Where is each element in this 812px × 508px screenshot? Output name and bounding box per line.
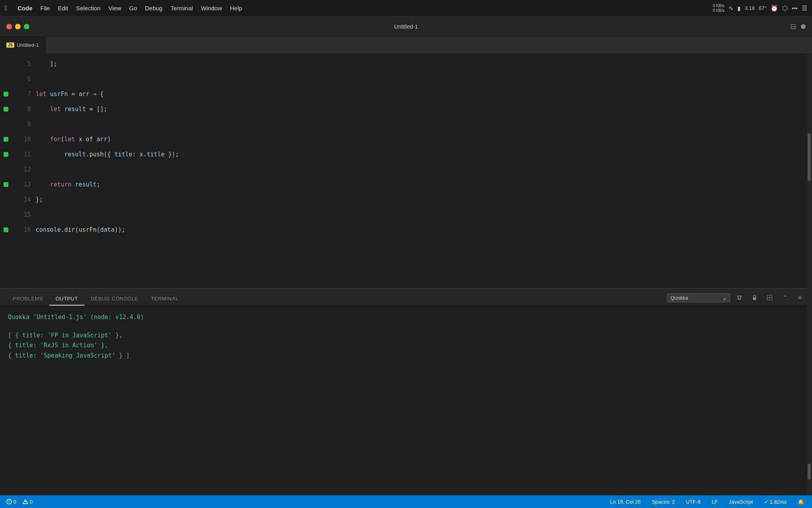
output-header: Quokka 'Untitled-1.js' (node: v12.4.0) <box>8 312 804 323</box>
window-controls <box>6 24 29 29</box>
quokka-time[interactable]: ✓ 1.82ms <box>762 499 788 505</box>
wifi-icon: ∿ <box>728 4 733 12</box>
panel-controls: Quokka ⌄ <box>667 292 806 306</box>
clock-icon: ⏰ <box>770 4 778 12</box>
code-line-11: result.push({ title: x.title }); <box>36 147 806 162</box>
code-line-8: let result = []; <box>36 102 806 117</box>
editor-tab[interactable]: JS Untitled-1 <box>0 37 46 54</box>
temperature: 67° <box>759 5 767 11</box>
output-source-dropdown[interactable]: Quokka ⌄ <box>667 293 730 302</box>
breakpoint-dot <box>4 92 8 96</box>
minimize-button[interactable] <box>15 24 21 29</box>
output-line-1: [ { title: 'FP in JavaScript' }, <box>8 331 804 341</box>
error-status[interactable]: 0 <box>6 499 16 505</box>
code-line-13: return result; <box>36 177 806 192</box>
bp-7 <box>0 87 12 102</box>
statusbar-left: 0 0 <box>6 499 33 505</box>
panel-tabs: PROBLEMS OUTPUT DEBUG CONSOLE TERMINAL Q… <box>0 289 812 306</box>
panel-scrollbar[interactable] <box>806 288 812 495</box>
tab-output[interactable]: OUTPUT <box>49 292 84 306</box>
panel: PROBLEMS OUTPUT DEBUG CONSOLE TERMINAL Q… <box>0 288 812 495</box>
code-line-15 <box>36 207 806 222</box>
code-line-5: ]; <box>36 56 806 71</box>
close-button[interactable] <box>6 24 12 29</box>
menu-file[interactable]: File <box>36 3 54 13</box>
network-speed: 0 KB/s 0 KB/s <box>713 4 724 13</box>
code-content[interactable]: ]; let usrFn = arr ⇒ { let result = []; … <box>36 54 806 288</box>
menu-help[interactable]: Help <box>226 3 246 13</box>
tab-debug-console[interactable]: DEBUG CONSOLE <box>84 292 145 306</box>
battery-icon: ▮ <box>737 5 741 12</box>
js-badge: JS <box>6 42 14 48</box>
chevron-down-icon: ⌄ <box>722 295 727 301</box>
code-line-12 <box>36 162 806 177</box>
indent-status[interactable]: Spaces: 2 <box>650 499 676 505</box>
titlebar-controls: ⊟ <box>790 22 806 31</box>
clear-output-button[interactable] <box>733 292 745 303</box>
tab-terminal[interactable]: TERMINAL <box>145 292 185 306</box>
window-title: Untitled-1 <box>394 23 418 30</box>
language-status[interactable]: JavaScript <box>727 499 755 505</box>
tabbar: JS Untitled-1 <box>0 37 812 54</box>
code-line-7: let usrFn = arr ⇒ { <box>36 87 806 102</box>
breakpoint-dot <box>4 107 8 112</box>
bp-16 <box>0 222 12 237</box>
scrollbar-thumb[interactable] <box>808 133 811 181</box>
notification-icon[interactable]: 🔔 <box>796 499 806 505</box>
output-content: Quokka 'Untitled-1.js' (node: v12.4.0) [… <box>0 306 812 495</box>
editor-scrollbar[interactable] <box>806 54 812 288</box>
bp-12 <box>0 162 12 177</box>
cursor-position[interactable]: Ln 16, Col 26 <box>609 499 642 505</box>
bp-13 <box>0 177 12 192</box>
clock: 3.18 <box>745 5 755 11</box>
menu-window[interactable]: Window <box>197 3 226 13</box>
siri-icon: ⬡ <box>782 4 788 12</box>
code-line-6 <box>36 71 806 87</box>
bp-10 <box>0 132 12 147</box>
bp-15 <box>0 207 12 222</box>
code-line-9 <box>36 117 806 132</box>
panel-scrollbar-thumb[interactable] <box>808 464 811 479</box>
output-line-2: { title: 'RxJS in Action' }, <box>8 341 804 351</box>
sync-icon <box>801 24 806 29</box>
split-editor-icon[interactable]: ⊟ <box>790 22 796 31</box>
code-line-16: console.dir(usrFn(data)); <box>36 222 806 237</box>
menu-go[interactable]: Go <box>125 3 141 13</box>
encoding-status[interactable]: UTF-8 <box>684 499 702 505</box>
warning-status[interactable]: 0 <box>23 499 33 505</box>
line-ending-status[interactable]: LF <box>710 499 719 505</box>
maximize-button[interactable] <box>24 24 29 29</box>
apple-menu[interactable]:  <box>5 4 7 12</box>
bp-6 <box>0 71 12 87</box>
breakpoint-dot <box>4 152 8 157</box>
breakpoint-dot <box>4 137 8 142</box>
more-icon: ••• <box>792 5 798 12</box>
list-icon: ☰ <box>802 4 807 12</box>
menu-debug[interactable]: Debug <box>141 3 167 13</box>
bp-14 <box>0 192 12 207</box>
menubar:  Code File Edit Selection View Go Debug… <box>0 0 812 17</box>
code-line-10: for(let x of arr) <box>36 132 806 147</box>
tab-filename: Untitled-1 <box>17 42 39 48</box>
editor-area[interactable]: 5 6 7 8 9 10 11 12 13 14 15 16 ]; <box>0 54 812 288</box>
menu-view[interactable]: View <box>104 3 125 13</box>
close-panel-button[interactable]: ✕ <box>794 292 806 303</box>
line-numbers: 5 6 7 8 9 10 11 12 13 14 15 16 <box>12 54 36 288</box>
menu-terminal[interactable]: Terminal <box>167 3 197 13</box>
bp-9 <box>0 117 12 132</box>
open-terminal-button[interactable] <box>764 292 776 303</box>
main-container: Untitled-1 ⊟ JS Untitled-1 <box>0 17 812 508</box>
menu-code[interactable]: Code <box>13 3 36 13</box>
output-line-3: { title: 'Speaking JavaScript' } ] <box>8 351 804 361</box>
statusbar-right: Ln 16, Col 26 Spaces: 2 UTF-8 LF JavaScr… <box>609 499 806 505</box>
scroll-up-button[interactable]: ⌃ <box>779 292 791 303</box>
breakpoint-dot <box>4 227 8 232</box>
bp-5 <box>0 56 12 71</box>
tab-problems[interactable]: PROBLEMS <box>6 292 49 306</box>
menu-selection[interactable]: Selection <box>72 3 105 13</box>
bp-8 <box>0 102 12 117</box>
menu-edit[interactable]: Edit <box>54 3 72 13</box>
lock-button[interactable] <box>749 292 760 303</box>
titlebar: Untitled-1 ⊟ <box>0 17 812 37</box>
statusbar: 0 0 Ln 16, Col 26 Spaces: 2 UTF-8 LF Jav… <box>0 495 812 508</box>
